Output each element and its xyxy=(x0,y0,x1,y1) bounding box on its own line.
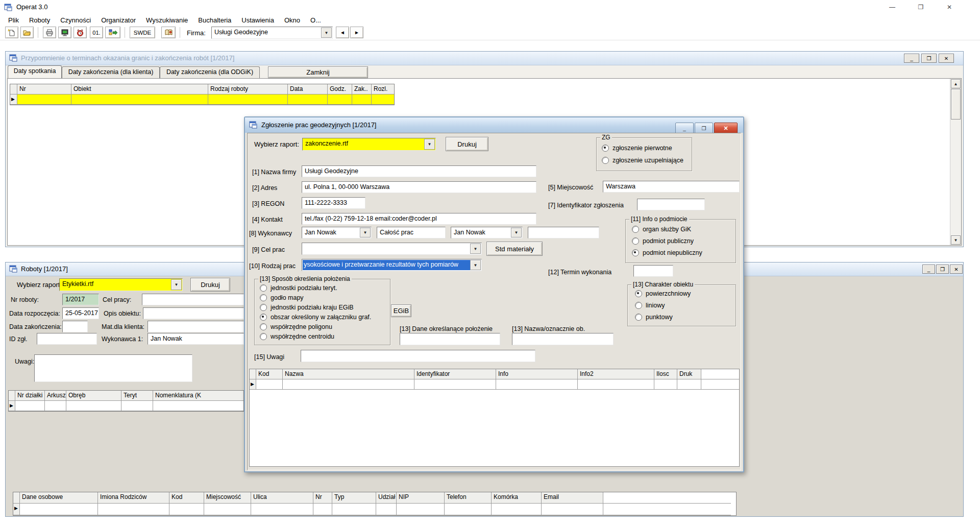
radio-jednostki-teryt[interactable]: jednostki podziału teryt. xyxy=(260,284,337,292)
menu-plik[interactable]: Plik xyxy=(3,15,24,25)
reminder-maximize-button[interactable]: ❐ xyxy=(921,54,937,63)
f9-combo-arrow[interactable]: ▼ xyxy=(470,244,481,254)
radio-zgloszenie-pierwotne[interactable]: zgłoszenie pierwotne xyxy=(602,145,672,152)
mat-dla-klienta-field[interactable] xyxy=(148,321,244,332)
f8-wykonawca-combo2[interactable]: Jan Nowak ▼ xyxy=(451,227,523,238)
f1-nazwa-firmy-field[interactable]: Usługi Geodezyjne xyxy=(302,165,536,177)
f8-extra-field[interactable] xyxy=(528,227,599,238)
next-record-button[interactable]: ► xyxy=(350,27,363,38)
modal-grid-selected-row[interactable]: ▶ xyxy=(250,379,739,390)
f9-cel-prac-combo[interactable]: ▼ xyxy=(302,243,482,255)
f8-zakres-field[interactable]: Całość prac xyxy=(377,227,446,238)
radio-podmiot-niepubliczny[interactable]: podmiot niepubliczny xyxy=(632,249,702,256)
firma-combo[interactable]: Usługi Geodezyjne ▼ xyxy=(211,27,333,39)
reminder-vscrollbar[interactable]: ▲ ▼ xyxy=(950,79,961,245)
column-header: Nomenklatura (K xyxy=(153,391,243,401)
cel-pracy-field[interactable] xyxy=(142,294,244,305)
roboty-report-arrow[interactable]: ▼ xyxy=(171,279,182,290)
std-materialy-label: Std materiały xyxy=(495,245,534,253)
dialog-close-button[interactable]: ✕ xyxy=(714,123,738,134)
menu-o[interactable]: O... xyxy=(305,15,326,25)
reminders-button[interactable] xyxy=(74,27,87,38)
reminder-close-button[interactable]: ✕ xyxy=(939,54,954,63)
scroll-down-button[interactable]: ▼ xyxy=(951,235,961,245)
stamp-button[interactable] xyxy=(161,27,176,38)
uwagi-textarea[interactable] xyxy=(34,354,192,382)
radio-zgloszenie-uzupelniajace[interactable]: zgłoszenie uzupelniające xyxy=(602,157,683,164)
menu-okno[interactable]: Okno xyxy=(279,15,305,25)
f8-combo2-arrow[interactable]: ▼ xyxy=(511,228,522,237)
radio-punktowy[interactable]: punktowy xyxy=(635,314,673,321)
menu-roboty[interactable]: Roboty xyxy=(24,15,55,25)
scroll-up-button[interactable]: ▲ xyxy=(951,79,961,88)
radio-wspolrzedne-poligonu[interactable]: współrzędne poligonu xyxy=(260,323,332,330)
data-rozpoczecia-field[interactable]: 25-05-2017 xyxy=(62,307,99,319)
export-button[interactable] xyxy=(105,27,120,38)
reminder-minimize-button[interactable]: _ xyxy=(904,54,919,63)
report-combo-arrow[interactable]: ▼ xyxy=(424,139,435,150)
dialog-minimize-button[interactable]: _ xyxy=(675,123,694,134)
roboty-minimize-button[interactable]: _ xyxy=(922,265,935,274)
menu-ustawienia[interactable]: Ustawienia xyxy=(236,15,279,25)
menu-czynnosci[interactable]: Czynności xyxy=(55,15,96,25)
radio-podmiot-publiczny[interactable]: podmiot publiczny xyxy=(632,237,694,245)
new-document-button[interactable] xyxy=(5,27,18,38)
f10-rodzaj-prac-combo[interactable]: ysokościowe i przetwarzanie rezultatów t… xyxy=(302,259,482,271)
radio-jednostki-egib[interactable]: jednostki podziału kraju EGiB xyxy=(260,304,354,311)
f4-kontakt-field[interactable]: tel./fax (0-22) 759-12-18 email:coder@co… xyxy=(302,213,536,225)
tab-daty-zakonczenia-klient[interactable]: Daty zakończenia (dla klienta) xyxy=(62,66,160,78)
egib-button[interactable]: EGiB xyxy=(391,304,411,317)
f15-uwagi-field[interactable] xyxy=(301,350,535,362)
firma-combo-arrow[interactable]: ▼ xyxy=(321,28,332,38)
radio-organ-sluzby-gik[interactable]: organ służby GiK xyxy=(632,226,691,233)
maximize-button[interactable]: ❐ xyxy=(906,0,935,14)
radio-powierzchniowy[interactable]: powierzchniowy xyxy=(635,290,691,297)
report-combo[interactable]: zakonczenie.rtf ▼ xyxy=(302,138,436,151)
roboty-close-button[interactable]: ✕ xyxy=(950,265,963,274)
tab-daty-zakonczenia-odgik[interactable]: Daty zakończenia (dla ODGiK) xyxy=(160,66,260,78)
minimize-button[interactable]: — xyxy=(878,0,906,14)
menu-organizator[interactable]: Organizator xyxy=(96,15,141,25)
menu-buchalteria[interactable]: Buchalteria xyxy=(193,15,236,25)
f5-miejscowosc-field[interactable]: Warszawa xyxy=(603,181,740,193)
print-button[interactable] xyxy=(43,27,56,38)
preview-button[interactable] xyxy=(58,27,71,38)
f10-combo-arrow[interactable]: ▼ xyxy=(470,260,481,270)
marker-column-header xyxy=(250,369,256,379)
swde-button[interactable]: SWDE xyxy=(130,27,155,38)
id-zgl-field[interactable] xyxy=(37,333,97,345)
f13-dane-field[interactable] xyxy=(400,333,500,345)
f8-wykonawca-combo1[interactable]: Jan Nowak ▼ xyxy=(302,227,372,238)
open-button[interactable] xyxy=(20,27,34,38)
f3-regon-field[interactable]: 111-2222-3333 xyxy=(302,197,365,209)
dialog-maximize-button[interactable]: ❐ xyxy=(695,123,713,134)
radio-wspolrzedne-centroidu[interactable]: współrzędne centroidu xyxy=(260,333,334,340)
f8-combo1-arrow[interactable]: ▼ xyxy=(360,228,371,237)
prev-record-button[interactable]: ◄ xyxy=(336,27,349,38)
roboty-report-combo[interactable]: Etykietki.rtf ▼ xyxy=(59,278,183,291)
radio-godlo-mapy[interactable]: godło mapy xyxy=(260,294,304,301)
cell xyxy=(153,401,243,411)
roboty-maximize-button[interactable]: ❐ xyxy=(936,265,949,274)
f12-termin-field[interactable] xyxy=(633,265,673,277)
radio-obszar-zalacznik[interactable]: obszar określony w załączniku graf. xyxy=(260,314,371,321)
persons-grid-selected-row[interactable]: ▶ xyxy=(13,504,736,515)
close-button[interactable]: ✕ xyxy=(935,0,964,14)
day-01-button[interactable]: 01. xyxy=(90,27,103,38)
roboty-drukuj-button[interactable]: Drukuj xyxy=(190,278,230,292)
zamknij-button[interactable]: Zamknij xyxy=(268,66,368,78)
data-zakonczenia-field[interactable] xyxy=(62,321,88,332)
menu-wyszukiwanie[interactable]: Wyszukiwanie xyxy=(141,15,193,25)
opis-obiektu-field[interactable] xyxy=(143,307,244,319)
tab-daty-spotkania[interactable]: Daty spotkania xyxy=(8,65,62,78)
drukuj-button[interactable]: Drukuj xyxy=(446,137,488,151)
wykonawca1-field[interactable]: Jan Nowak xyxy=(148,333,244,345)
scroll-thumb[interactable] xyxy=(951,89,961,120)
std-materialy-button[interactable]: Std materiały xyxy=(486,242,543,256)
f13-nazwa-field[interactable] xyxy=(512,333,614,345)
radio-liniowy[interactable]: liniowy xyxy=(635,302,665,309)
f2-adres-field[interactable]: ul. Polna 1, 00-000 Warszawa xyxy=(302,181,536,193)
reminder-grid-selected-row[interactable]: ▶ xyxy=(10,94,394,105)
f7-identyfikator-field[interactable] xyxy=(637,199,705,210)
parcels-grid-selected-row[interactable]: ▶ xyxy=(9,401,243,411)
